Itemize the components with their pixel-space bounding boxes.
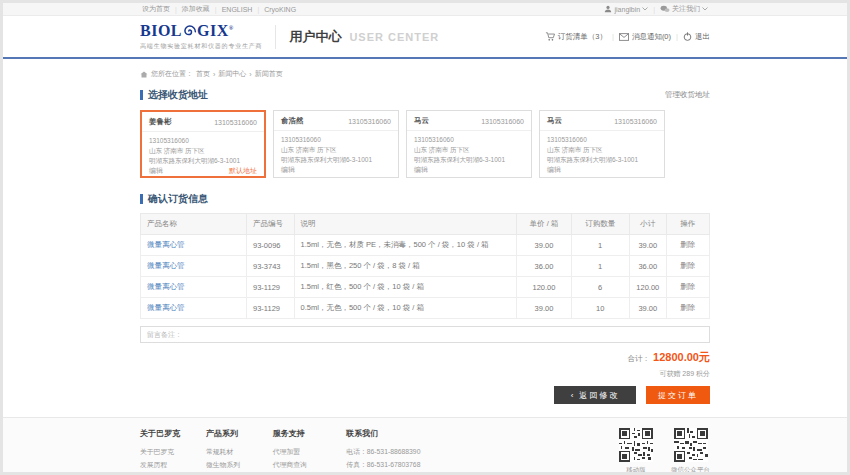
set-homepage-link[interactable]: 设为首页	[142, 4, 170, 14]
product-description: 1.5ml，无色，材质 PE，未消毒，500 个 / 袋，10 袋 / 箱	[294, 235, 517, 256]
chevron-left-icon: ‹	[571, 391, 576, 400]
delete-row-link[interactable]: 删除	[680, 240, 695, 249]
wechat-icon	[660, 5, 670, 13]
breadcrumb-prefix: 您所在位置：	[151, 69, 193, 79]
header: BIOL GIX ® 高端生物实验室耗材和仪器的专业生产商 用户中心 USER …	[3, 16, 847, 59]
product-name-link[interactable]: 微量离心管	[147, 261, 185, 270]
total-label: 合计：	[628, 354, 651, 363]
delete-row-link[interactable]: 删除	[680, 261, 695, 270]
address-line: 山东 济南市 历下区	[149, 146, 257, 156]
follow-us-menu[interactable]: 关注我们	[660, 4, 708, 14]
qr-code-image	[674, 428, 708, 462]
breadcrumb: 您所在位置： 首页 › 新闻中心 › 新闻首页	[140, 59, 710, 79]
unit-price: 120.00	[517, 277, 571, 298]
edit-address-link[interactable]: 编辑	[281, 165, 295, 175]
footer-link[interactable]: 微生物系列	[206, 458, 247, 471]
utility-bar: 设为首页| 添加收藏| ENGLISH| CryoKING jianglbin …	[3, 3, 847, 16]
separator: |	[257, 6, 259, 13]
address-card[interactable]: 马云 13105316060 13105316060 山东 济南市 历下区 明湖…	[406, 110, 532, 178]
address-card-selected[interactable]: 姜鲁彬 13105316060 13105316060 山东 济南市 历下区 明…	[140, 110, 266, 178]
address-card[interactable]: 俞浩然 13105316060 13105316060 山东 济南市 历下区 明…	[273, 110, 399, 178]
footer-col-contact: 联系我们 电话：86-531-88688390 传真：86-531-678037…	[346, 428, 480, 472]
breadcrumb-news-center[interactable]: 新闻中心	[218, 69, 246, 79]
footer-link[interactable]: 企业文化	[140, 472, 180, 473]
table-row: 微量离心管 93-0096 1.5ml，无色，材质 PE，未消毒，500 个 /…	[141, 235, 710, 256]
page-title: 用户中心 USER CENTER	[275, 25, 439, 49]
address-line: 明湖东路东保利大明湖6-3-1001	[281, 155, 391, 165]
add-favorite-link[interactable]: 添加收藏	[182, 4, 210, 14]
points-note: 可获赠 289 积分	[140, 369, 710, 379]
delete-row-link[interactable]: 删除	[680, 282, 695, 291]
address-line: 山东 济南市 历下区	[547, 145, 657, 155]
address-line: 13105316060	[547, 135, 657, 145]
page-window: 设为首页| 添加收藏| ENGLISH| CryoKING jianglbin …	[3, 3, 847, 472]
edit-address-link[interactable]: 编辑	[547, 165, 561, 175]
qr-wechat: 微信公众平台	[671, 428, 710, 472]
recipient-phone: 13105316060	[614, 118, 657, 125]
separator: |	[175, 6, 177, 13]
unit-price: 39.00	[517, 298, 571, 319]
separator: |	[676, 32, 678, 41]
contact-phone: 电话：86-531-88688390	[346, 445, 480, 458]
footer-link[interactable]: 产品文档下载	[273, 472, 321, 473]
logout-link[interactable]: 退出	[683, 32, 710, 42]
footer-link[interactable]: 关于巴罗克	[140, 445, 180, 458]
edit-address-link[interactable]: 编辑	[149, 166, 163, 176]
address-card[interactable]: 马云 13105316060 13105316060 山东 济南市 历下区 明湖…	[539, 110, 665, 178]
product-name-link[interactable]: 微量离心管	[147, 240, 185, 249]
logout-label: 退出	[695, 32, 710, 42]
unit-price: 39.00	[517, 235, 571, 256]
row-subtotal: 39.00	[629, 235, 666, 256]
qr-code-image	[619, 428, 653, 462]
cart-icon	[545, 32, 555, 41]
address-line: 山东 济南市 历下区	[414, 145, 524, 155]
footer-link[interactable]: 代理商查询	[273, 458, 321, 471]
messages-label: 消息通知(0)	[632, 32, 671, 42]
product-name-link[interactable]: 微量离心管	[147, 282, 185, 291]
order-list-label: 订货清单（3）	[558, 32, 607, 42]
table-row: 微量离心管 93-1129 1.5ml，红色，500 个 / 袋，10 袋 / …	[141, 277, 710, 298]
chevron-down-icon	[702, 7, 708, 11]
user-menu[interactable]: jianglbin	[604, 5, 648, 13]
remark-input[interactable]	[140, 326, 710, 343]
footer-heading: 联系我们	[346, 428, 480, 439]
order-list-link[interactable]: 订货清单（3）	[545, 32, 607, 42]
product-name-link[interactable]: 微量离心管	[147, 303, 185, 312]
qr-label: 微信公众平台	[671, 466, 710, 472]
col-description: 说明	[294, 214, 517, 235]
address-line: 山东 济南市 历下区	[281, 145, 391, 155]
back-to-edit-button[interactable]: ‹ 返回修改	[554, 386, 636, 404]
breadcrumb-news-home[interactable]: 新闻首页	[255, 69, 283, 79]
biologix-logo[interactable]: BIOL GIX ® 高端生物实验室耗材和仪器的专业生产商	[140, 22, 262, 51]
breadcrumb-home[interactable]: 首页	[196, 69, 210, 79]
footer-link[interactable]: PCR系列	[206, 472, 247, 473]
edit-address-link[interactable]: 编辑	[414, 165, 428, 175]
registered-mark: ®	[229, 25, 234, 31]
footer-link[interactable]: 代理加盟	[273, 445, 321, 458]
footer-link[interactable]: 常规耗材	[206, 445, 247, 458]
address-section-title: 选择收货地址	[140, 88, 208, 102]
address-line: 明湖东路东保利大明湖6-3-1001	[149, 156, 257, 166]
row-subtotal: 120.00	[629, 277, 666, 298]
address-details: 13105316060 山东 济南市 历下区 明湖东路东保利大明湖6-3-100…	[540, 131, 664, 165]
address-details: 13105316060 山东 济南市 历下区 明湖东路东保利大明湖6-3-100…	[274, 131, 398, 165]
qr-label: 移动版	[626, 466, 646, 472]
order-quantity: 6	[571, 277, 629, 298]
col-subtotal: 小计	[629, 214, 666, 235]
separator: |	[612, 32, 614, 41]
english-link[interactable]: ENGLISH	[222, 6, 253, 13]
submit-order-button[interactable]: 提交订单	[646, 386, 710, 404]
table-header-row: 产品名称 产品编号 说明 单价 / 箱 订购数量 小计 操作	[141, 214, 710, 235]
manage-addresses-link[interactable]: 管理收货地址	[665, 90, 710, 100]
address-details: 13105316060 山东 济南市 历下区 明湖东路东保利大明湖6-3-100…	[142, 132, 264, 166]
address-line: 明湖东路东保利大明湖6-3-1001	[414, 155, 524, 165]
address-line: 13105316060	[281, 135, 391, 145]
footer-heading: 关于巴罗克	[140, 428, 180, 439]
messages-link[interactable]: 消息通知(0)	[619, 32, 671, 42]
cryoking-link[interactable]: CryoKING	[264, 6, 296, 13]
footer-link[interactable]: 发展历程	[140, 458, 180, 471]
logo-part2: GIX	[197, 22, 229, 40]
col-unit-price: 单价 / 箱	[517, 214, 571, 235]
address-line: 13105316060	[414, 135, 524, 145]
delete-row-link[interactable]: 删除	[680, 303, 695, 312]
